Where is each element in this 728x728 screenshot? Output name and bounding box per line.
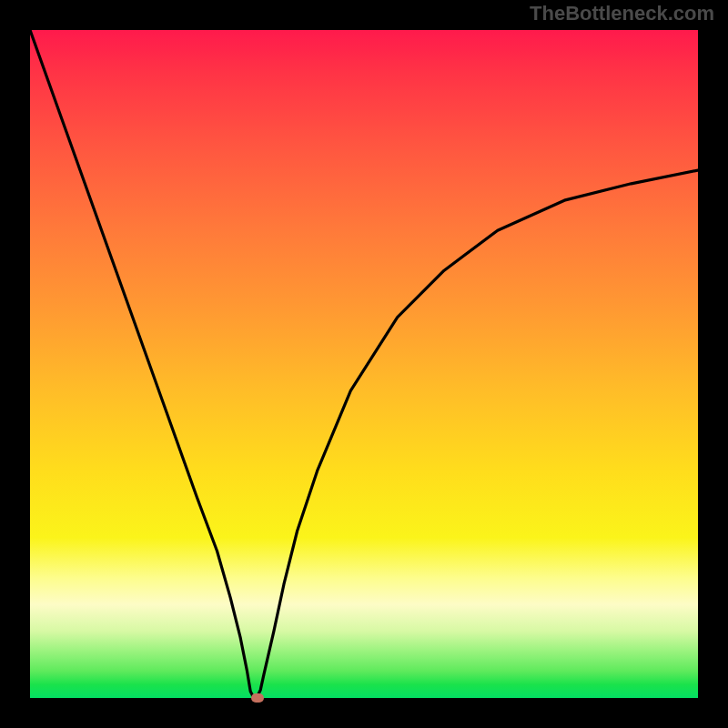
min-marker (251, 693, 264, 703)
chart-frame: TheBottleneck.com (0, 0, 728, 728)
curve-svg (30, 30, 698, 698)
curve-path (30, 30, 698, 698)
plot-area (30, 30, 698, 698)
watermark-text: TheBottleneck.com (530, 2, 714, 25)
